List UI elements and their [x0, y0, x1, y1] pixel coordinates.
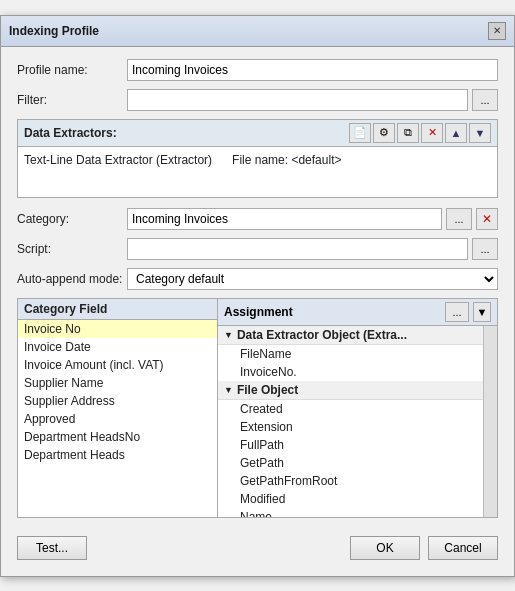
filter-label: Filter: — [17, 93, 127, 107]
extractor-new-button[interactable]: 📄 — [349, 123, 371, 143]
category-input[interactable] — [127, 208, 442, 230]
list-item[interactable]: Supplier Address — [18, 392, 217, 410]
data-extractors-title: Data Extractors: — [24, 126, 117, 140]
category-field-header: Category Field — [18, 299, 217, 320]
tree-item[interactable]: Extension — [218, 418, 483, 436]
assignment-panel: Category Field Invoice No Invoice Date I… — [17, 298, 498, 518]
footer: Test... OK Cancel — [17, 528, 498, 564]
collapse-icon: ▼ — [224, 330, 233, 340]
data-extractors-group: Data Extractors: 📄 ⚙ ⧉ ✕ ▲ ▼ Text-Line D… — [17, 119, 498, 198]
script-input[interactable] — [127, 238, 468, 260]
footer-right: OK Cancel — [350, 536, 498, 560]
assignment-header: Assignment — [224, 305, 441, 319]
category-clear-button[interactable]: ✕ — [476, 208, 498, 230]
list-item[interactable]: Invoice Date — [18, 338, 217, 356]
filter-field: ... — [127, 89, 498, 111]
assignment-column-panel: Assignment ... ▼ ▼ Data Extractor Object… — [218, 299, 497, 517]
list-item[interactable]: Approved — [18, 410, 217, 428]
category-row: Category: ... ✕ — [17, 208, 498, 230]
profile-name-row: Profile name: — [17, 59, 498, 81]
tree-item[interactable]: Name — [218, 508, 483, 517]
title-bar: Indexing Profile ✕ — [1, 16, 514, 47]
section-file-title: File Object — [237, 383, 298, 397]
script-row: Script: ... — [17, 238, 498, 260]
filter-row: Filter: ... — [17, 89, 498, 111]
extractor-down-button[interactable]: ▼ — [469, 123, 491, 143]
profile-name-label: Profile name: — [17, 63, 127, 77]
script-browse-button[interactable]: ... — [472, 238, 498, 260]
list-item[interactable]: Department HeadsNo — [18, 428, 217, 446]
assignment-header-row: Assignment ... ▼ — [218, 299, 497, 326]
list-item[interactable]: Supplier Name — [18, 374, 217, 392]
category-field-panel: Category Field Invoice No Invoice Date I… — [18, 299, 218, 517]
cancel-button[interactable]: Cancel — [428, 536, 498, 560]
category-label: Category: — [17, 212, 127, 226]
close-button[interactable]: ✕ — [488, 22, 506, 40]
tree-section-extractor[interactable]: ▼ Data Extractor Object (Extra... — [218, 326, 483, 345]
data-extractors-toolbar: 📄 ⚙ ⧉ ✕ ▲ ▼ — [349, 123, 491, 143]
list-item[interactable]: Department Heads — [18, 446, 217, 464]
tree-section-file[interactable]: ▼ File Object — [218, 381, 483, 400]
footer-left: Test... — [17, 536, 87, 560]
profile-name-input[interactable] — [127, 59, 498, 81]
extractor-delete-button[interactable]: ✕ — [421, 123, 443, 143]
ok-button[interactable]: OK — [350, 536, 420, 560]
collapse-icon: ▼ — [224, 385, 233, 395]
extractor-item[interactable]: Text-Line Data Extractor (Extractor) Fil… — [24, 151, 491, 169]
extractor-up-button[interactable]: ▲ — [445, 123, 467, 143]
tree-item[interactable]: Created — [218, 400, 483, 418]
scrollbar[interactable] — [483, 326, 497, 517]
assignment-content: ▼ Data Extractor Object (Extra... FileNa… — [218, 326, 483, 517]
assignment-dropdown-button[interactable]: ▼ — [473, 302, 491, 322]
auto-append-field: Category default Always Never — [127, 268, 498, 290]
category-field: ... ✕ — [127, 208, 498, 230]
dialog-title: Indexing Profile — [9, 24, 99, 38]
list-item[interactable]: Invoice No — [18, 320, 217, 338]
data-extractors-content: Text-Line Data Extractor (Extractor) Fil… — [18, 147, 497, 197]
category-browse-button[interactable]: ... — [446, 208, 472, 230]
auto-append-select[interactable]: Category default Always Never — [127, 268, 498, 290]
script-label: Script: — [17, 242, 127, 256]
auto-append-label: Auto-append mode: — [17, 272, 127, 286]
assignment-browse-button[interactable]: ... — [445, 302, 469, 322]
assignment-scroll-wrap: ▼ Data Extractor Object (Extra... FileNa… — [218, 326, 497, 517]
list-item[interactable]: Invoice Amount (incl. VAT) — [18, 356, 217, 374]
tree-item[interactable]: FullPath — [218, 436, 483, 454]
auto-append-select-wrapper: Category default Always Never — [127, 268, 498, 290]
profile-name-field — [127, 59, 498, 81]
filter-input[interactable] — [127, 89, 468, 111]
tree-item[interactable]: FileName — [218, 345, 483, 363]
tree-item[interactable]: GetPathFromRoot — [218, 472, 483, 490]
tree-item[interactable]: InvoiceNo. — [218, 363, 483, 381]
auto-append-row: Auto-append mode: Category default Alway… — [17, 268, 498, 290]
dialog-body: Profile name: Filter: ... Data Extractor… — [1, 47, 514, 576]
extractor-copy-button[interactable]: ⧉ — [397, 123, 419, 143]
data-extractors-header: Data Extractors: 📄 ⚙ ⧉ ✕ ▲ ▼ — [18, 120, 497, 147]
tree-item[interactable]: Modified — [218, 490, 483, 508]
tree-item[interactable]: GetPath — [218, 454, 483, 472]
filter-browse-button[interactable]: ... — [472, 89, 498, 111]
assignment-inner: Assignment ... ▼ ▼ Data Extractor Object… — [218, 299, 497, 517]
script-field: ... — [127, 238, 498, 260]
indexing-profile-dialog: Indexing Profile ✕ Profile name: Filter:… — [0, 15, 515, 577]
extractor-settings-button[interactable]: ⚙ — [373, 123, 395, 143]
section-extractor-title: Data Extractor Object (Extra... — [237, 328, 407, 342]
test-button[interactable]: Test... — [17, 536, 87, 560]
